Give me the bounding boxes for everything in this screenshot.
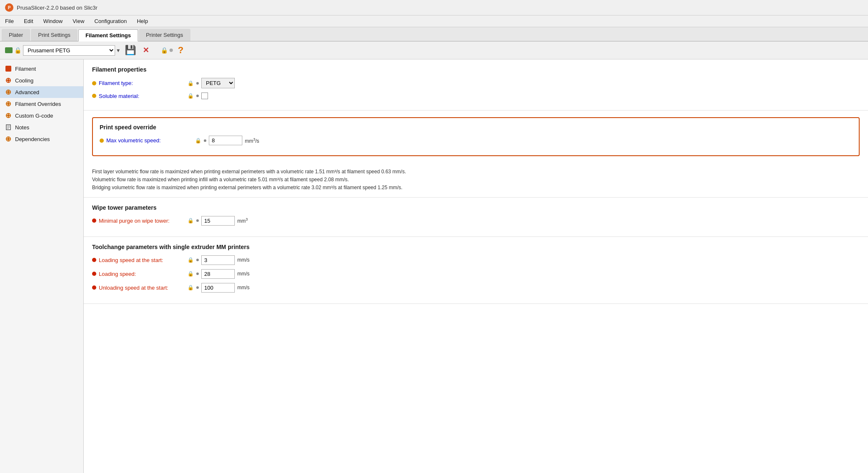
sidebar-label-filament: Filament (15, 66, 36, 72)
loading-speed-label: Loading speed: (92, 271, 184, 277)
info-line1: First layer volumetric flow rate is maxi… (92, 169, 406, 175)
deps-icon (5, 136, 12, 142)
dot-ls (196, 272, 199, 275)
dot-soluble (196, 95, 199, 97)
sidebar-label-gcode: Custom G-code (15, 113, 53, 119)
profile-dropdown[interactable]: Prusament PETG (23, 45, 115, 56)
menu-configuration[interactable]: Configuration (93, 17, 128, 25)
dot-purge (196, 219, 199, 222)
loading-speed-start-input[interactable] (201, 255, 235, 265)
menu-edit[interactable]: Edit (22, 17, 35, 25)
filament-type-label: Filament type: (92, 80, 184, 86)
sidebar-item-custom-gcode[interactable]: Custom G-code (0, 110, 83, 121)
max-volumetric-unit: mm3/s (245, 137, 259, 144)
loading-speed-start-controls: 🔒 mm/s (187, 255, 249, 265)
unloading-speed-start-input[interactable] (201, 283, 235, 293)
help-button[interactable]: ? (176, 44, 185, 57)
menu-window[interactable]: Window (41, 17, 64, 25)
sidebar-label-notes: Notes (15, 124, 29, 131)
soluble-material-controls: 🔒 (187, 93, 208, 99)
max-volumetric-dot (100, 139, 104, 143)
sidebar-item-advanced[interactable]: Advanced (0, 86, 83, 98)
app-title: PrusaSlicer-2.2.0 based on Slic3r (17, 5, 98, 11)
profile-color-icon (5, 47, 13, 53)
lock-icon-ls-start: 🔒 (187, 257, 194, 263)
soluble-material-row: Soluble material: 🔒 (92, 93, 860, 99)
notes-icon (5, 124, 12, 131)
tab-plater[interactable]: Plater (2, 29, 30, 41)
info-line2: Volumetric flow rate is maximized when p… (92, 177, 349, 183)
sidebar-item-dependencies[interactable]: Dependencies (0, 133, 83, 145)
max-volumetric-input[interactable] (209, 136, 242, 145)
sidebar-item-filament-overrides[interactable]: Filament Overrides (0, 98, 83, 110)
advanced-icon (5, 89, 12, 95)
filament-properties-title: Filament properties (92, 66, 860, 73)
soluble-checkbox[interactable] (201, 93, 208, 99)
print-speed-title: Print speed override (100, 124, 852, 131)
lock-icon-filament-type: 🔒 (187, 80, 194, 86)
toolchange-title: Toolchange parameters with single extrud… (92, 244, 860, 250)
info-text-section: First layer volumetric flow rate is maxi… (84, 163, 868, 198)
overrides-icon (5, 100, 12, 107)
filament-type-dot (92, 81, 96, 85)
loading-speed-start-label: Loading speed at the start: (92, 257, 184, 263)
sidebar-item-filament[interactable]: Filament (0, 63, 83, 75)
unloading-speed-start-row: Unloading speed at the start: 🔒 mm/s (92, 283, 860, 293)
loading-speed-start-dot (92, 258, 96, 262)
lock-icon-uls-start: 🔒 (187, 285, 194, 290)
lock-icon-max-vol: 🔒 (195, 138, 201, 144)
delete-button[interactable]: ✕ (141, 45, 151, 56)
tab-bar: Plater Print Settings Filament Settings … (0, 27, 868, 41)
lock-icon-2: 🔒 (161, 47, 168, 54)
unloading-speed-start-controls: 🔒 mm/s (187, 283, 249, 293)
info-line3: Bridging volumetric flow rate is maximiz… (92, 185, 403, 190)
loading-speed-unit: mm/s (237, 271, 249, 277)
cooling-icon (5, 77, 12, 84)
minimal-purge-controls: 🔒 mm3 (187, 216, 248, 226)
filament-properties-section: Filament properties Filament type: 🔒 PET… (84, 59, 868, 111)
dot-ls-start (196, 259, 199, 261)
toolchange-section: Toolchange parameters with single extrud… (84, 237, 868, 304)
loading-speed-controls: 🔒 mm/s (187, 269, 249, 279)
sidebar-item-cooling[interactable]: Cooling (0, 75, 83, 86)
loading-speed-input[interactable] (201, 269, 235, 279)
soluble-material-label: Soluble material: (92, 93, 184, 99)
print-speed-override-section: Print speed override Max volumetric spee… (92, 117, 860, 156)
sidebar-label-overrides: Filament Overrides (15, 101, 61, 107)
unloading-speed-start-unit: mm/s (237, 285, 249, 290)
save-button[interactable]: 💾 (123, 44, 138, 57)
dot-filament-type (196, 82, 199, 85)
app-icon: P (5, 3, 13, 12)
minimal-purge-label: Minimal purge on wipe tower: (92, 218, 184, 224)
menu-view[interactable]: View (71, 17, 86, 25)
dot-max-vol (204, 139, 206, 142)
sidebar-item-notes[interactable]: Notes (0, 121, 83, 133)
minimal-purge-dot (92, 219, 96, 223)
lock-icon-purge: 🔒 (187, 218, 194, 224)
gcode-icon (5, 112, 12, 119)
max-volumetric-speed-row: Max volumetric speed: 🔒 mm3/s (100, 136, 852, 145)
unloading-speed-start-dot (92, 285, 96, 290)
tab-print-settings[interactable]: Print Settings (31, 29, 77, 41)
filament-icon (5, 65, 12, 72)
soluble-material-dot (92, 94, 96, 98)
svg-text:P: P (8, 5, 11, 10)
menu-help[interactable]: Help (135, 17, 150, 25)
minimal-purge-unit: mm3 (237, 217, 248, 224)
menu-file[interactable]: File (3, 17, 15, 25)
tab-printer-settings[interactable]: Printer Settings (139, 29, 190, 41)
filament-type-select[interactable]: PETG (201, 78, 235, 88)
lock-icon-soluble: 🔒 (187, 93, 194, 99)
profile-selector: 🔒 Prusament PETG ▾ (5, 45, 120, 56)
loading-speed-dot (92, 272, 96, 276)
sidebar: Filament Cooling (0, 59, 84, 473)
dropdown-arrow: ▾ (117, 47, 120, 54)
sidebar-label-cooling: Cooling (15, 77, 33, 84)
title-bar: P PrusaSlicer-2.2.0 based on Slic3r (0, 0, 868, 15)
filament-type-row: Filament type: 🔒 PETG (92, 78, 860, 88)
loading-speed-start-unit: mm/s (237, 257, 249, 263)
minimal-purge-input[interactable] (201, 216, 235, 226)
sidebar-label-deps: Dependencies (15, 136, 50, 142)
tab-filament-settings[interactable]: Filament Settings (78, 29, 138, 41)
unloading-speed-start-label: Unloading speed at the start: (92, 285, 184, 291)
